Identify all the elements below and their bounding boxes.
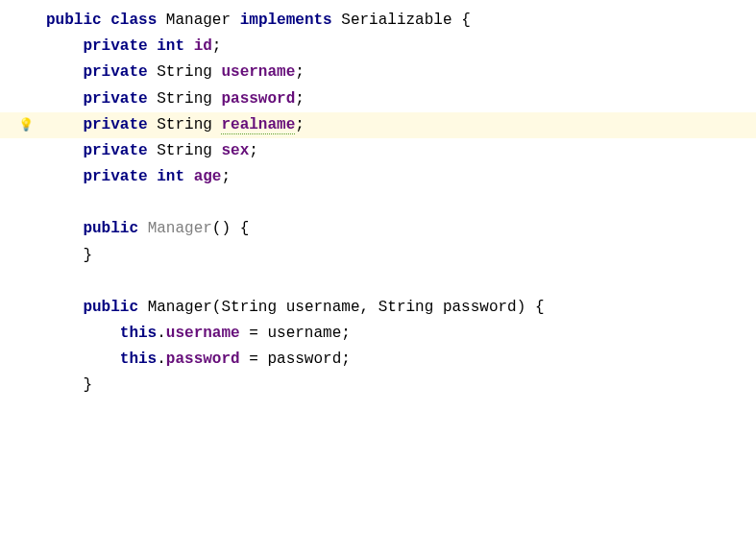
- code-line[interactable]: private String sex;: [0, 138, 756, 164]
- code-line[interactable]: this.password = password;: [0, 347, 756, 373]
- code-line[interactable]: private int id;: [0, 34, 756, 60]
- code-line-highlighted[interactable]: 💡 private String realname;: [0, 112, 756, 138]
- keyword-this: this: [120, 351, 157, 368]
- keyword-private: private: [83, 37, 147, 55]
- code-line[interactable]: public Manager() {: [0, 216, 756, 242]
- type-string: String: [157, 90, 212, 108]
- keyword-public: public: [83, 220, 138, 237]
- keyword-private: private: [83, 90, 147, 108]
- keyword-class: class: [110, 12, 157, 29]
- constructor-name: Manager: [148, 220, 212, 237]
- type-int: int: [157, 168, 184, 185]
- lightbulb-icon[interactable]: 💡: [6, 115, 46, 136]
- field-password: password: [221, 90, 295, 108]
- type-string: String: [157, 116, 212, 133]
- code-line[interactable]: public class Manager implements Serializ…: [0, 8, 756, 34]
- interface-name: Serializable: [341, 12, 451, 29]
- type-string: String: [157, 142, 212, 159]
- keyword-private: private: [83, 142, 147, 159]
- keyword-public: public: [83, 299, 138, 316]
- code-line[interactable]: }: [0, 373, 756, 399]
- keyword-public: public: [46, 12, 102, 29]
- field-realname: realname: [221, 116, 295, 134]
- constructor-name: Manager: [148, 299, 212, 316]
- keyword-private: private: [83, 168, 147, 185]
- keyword-private: private: [83, 116, 147, 133]
- param-username: username: [286, 299, 360, 316]
- keyword-implements: implements: [240, 12, 332, 29]
- type-string: String: [157, 63, 212, 81]
- field-password: password: [166, 351, 240, 368]
- code-line[interactable]: private int age;: [0, 164, 756, 190]
- keyword-private: private: [83, 63, 147, 81]
- blank-line[interactable]: [0, 269, 756, 295]
- class-name: Manager: [166, 12, 231, 29]
- brace-open: {: [461, 12, 471, 29]
- param-password: password: [443, 299, 517, 316]
- code-line[interactable]: private String password;: [0, 86, 756, 112]
- code-line[interactable]: public Manager(String username, String p…: [0, 295, 756, 321]
- field-id: id: [194, 37, 212, 55]
- code-line[interactable]: private String username;: [0, 60, 756, 85]
- field-username: username: [221, 63, 295, 81]
- type-int: int: [157, 37, 184, 55]
- brace-close: }: [83, 376, 92, 394]
- code-line[interactable]: }: [0, 243, 756, 269]
- field-age: age: [194, 168, 222, 185]
- brace-close: }: [83, 247, 92, 264]
- field-username: username: [166, 325, 240, 342]
- code-line[interactable]: this.username = username;: [0, 321, 756, 347]
- field-sex: sex: [221, 142, 249, 159]
- keyword-this: this: [120, 325, 157, 342]
- blank-line[interactable]: [0, 190, 756, 216]
